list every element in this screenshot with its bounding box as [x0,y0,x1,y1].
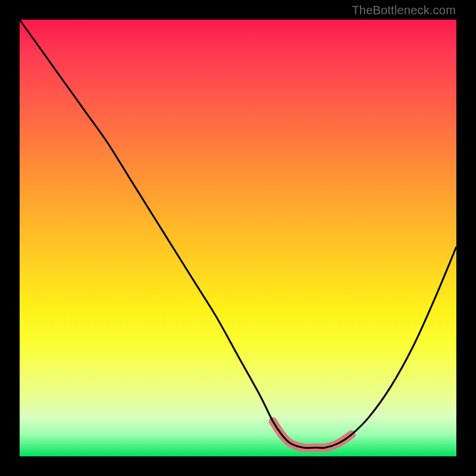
chart-frame: TheBottleneck.com [0,0,476,476]
watermark-text: TheBottleneck.com [352,4,456,17]
bottleneck-curve [20,20,456,448]
valley-highlight [273,421,352,448]
bottleneck-curve-svg [20,20,456,456]
